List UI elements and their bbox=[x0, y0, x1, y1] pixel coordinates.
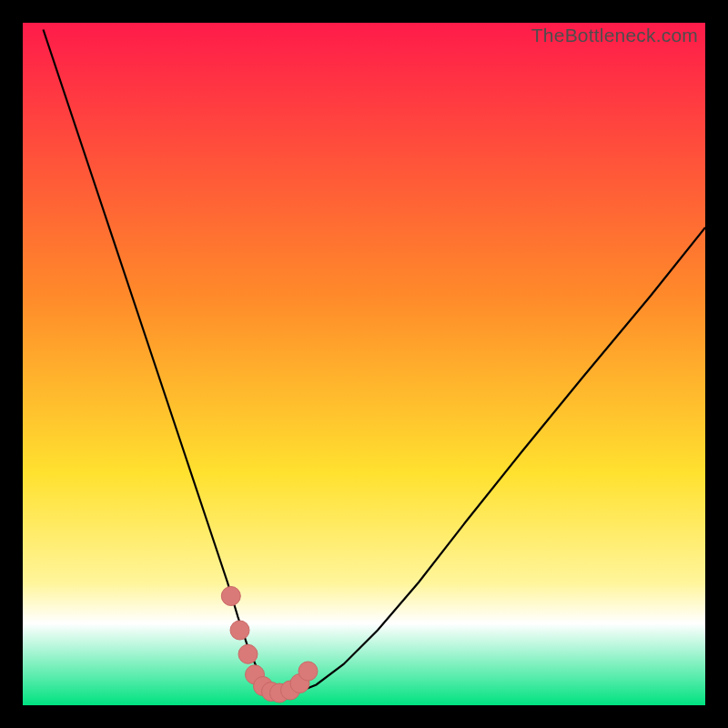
chart-frame: TheBottleneck.com bbox=[23, 23, 705, 705]
bottleneck-chart bbox=[23, 23, 705, 705]
curve-marker bbox=[230, 621, 249, 640]
curve-marker bbox=[298, 662, 318, 681]
curve-marker bbox=[238, 644, 258, 663]
curve-marker bbox=[221, 587, 240, 606]
watermark-text: TheBottleneck.com bbox=[531, 25, 698, 46]
gradient-background bbox=[23, 23, 705, 705]
